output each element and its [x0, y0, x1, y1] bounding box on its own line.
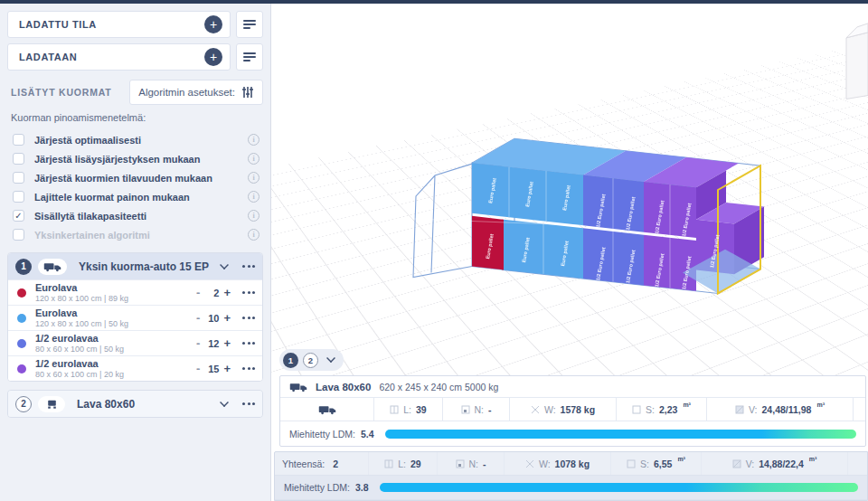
- checkbox-checked[interactable]: ✓: [13, 210, 24, 222]
- view-orientation-cube[interactable]: [846, 24, 868, 99]
- algorithm-settings-button[interactable]: Algoritmin asetukset:: [129, 80, 263, 105]
- add-loading-button[interactable]: +: [204, 48, 222, 66]
- load-group-1-header[interactable]: 1 Yksin kuorma-auto 15 EP: [8, 253, 262, 279]
- load-group-2: 2 Lava 80x60: [7, 390, 263, 418]
- qty-value: 12: [204, 338, 219, 349]
- color-dot: [17, 364, 26, 373]
- ldm-label: Miehitetty LDM:: [284, 482, 350, 493]
- totals-value: 2: [333, 458, 338, 469]
- load-group-1: 1 Yksin kuorma-auto 15 EP Eurolava 120 x…: [7, 252, 263, 382]
- option-sort-by-weight[interactable]: Lajittele kuormat painon mukaan i: [7, 187, 263, 206]
- ldm-value: 5.4: [361, 429, 374, 440]
- more-options-icon[interactable]: [242, 342, 255, 345]
- color-dot: [17, 314, 26, 323]
- info-icon[interactable]: i: [248, 153, 259, 165]
- qty-increase-button[interactable]: +: [219, 311, 235, 325]
- option-sort-optimal[interactable]: Järjestä optimaalisesti i: [7, 130, 263, 149]
- truck-icon: [318, 404, 336, 415]
- qty-value: 15: [204, 364, 219, 374]
- area-icon: [632, 405, 641, 414]
- checkbox[interactable]: [13, 153, 24, 165]
- pallet-icon: [46, 399, 58, 410]
- truck-icon: [289, 382, 307, 392]
- add-loaded-space-button[interactable]: +: [204, 15, 222, 33]
- loaded-space-header[interactable]: LADATTU TILA +: [7, 11, 231, 38]
- weight-icon: [531, 405, 540, 414]
- color-dot: [17, 339, 26, 348]
- qty-increase-button[interactable]: +: [219, 362, 235, 375]
- vehicle-tabs: 1 2: [279, 349, 344, 371]
- ldm-label: Miehitetty LDM:: [289, 429, 355, 440]
- load-plan-3d: Euro pallet Euro pallet Euro pallet Euro…: [271, 4, 868, 375]
- ldm-value: 3.8: [355, 482, 369, 493]
- items-icon: [456, 459, 465, 468]
- sidebar: LADATTU TILA + LADATAAN + LISÄTYT KUORMA…: [0, 4, 271, 501]
- vehicle-dims: 620 x 245 x 240 cm 5000 kg: [379, 382, 498, 392]
- cargo-row: 1/2 eurolavaa 80 x 60 x 100 cm | 50 kg -…: [8, 330, 262, 355]
- loaded-space-sort-button[interactable]: [236, 11, 263, 38]
- more-options-icon[interactable]: [242, 317, 255, 319]
- more-options-icon[interactable]: [242, 402, 255, 405]
- group-title: Yksin kuorma-auto 15 EP: [73, 260, 213, 273]
- info-icon[interactable]: i: [248, 210, 259, 222]
- viewport: Euro pallet Euro pallet Euro pallet Euro…: [271, 4, 868, 501]
- option-sort-by-insertion[interactable]: Järjestä lisäysjärjestyksen mukaan i: [7, 149, 263, 168]
- group-index-badge: 1: [15, 259, 32, 275]
- info-icon[interactable]: i: [248, 229, 259, 241]
- color-dot: [17, 288, 26, 298]
- checkbox[interactable]: [13, 172, 24, 184]
- sliders-icon: [241, 86, 254, 99]
- qty-decrease-button[interactable]: -: [192, 311, 204, 325]
- chevron-down-icon[interactable]: [220, 398, 229, 407]
- option-sort-by-volume[interactable]: Järjestä kuormien tilavuuden mukaan i: [7, 168, 263, 187]
- qty-decrease-button[interactable]: -: [192, 362, 204, 375]
- volume-icon: [732, 459, 741, 468]
- cargo-row: Eurolava 120 x 80 x 100 cm | 50 kg - 10 …: [8, 305, 262, 330]
- loading-sort-button[interactable]: [236, 43, 263, 71]
- cargo-row: 1/2 eurolavaa 80 x 60 x 100 cm | 20 kg -…: [8, 355, 262, 381]
- qty-value: 10: [204, 313, 219, 324]
- added-loads-label: LISÄTYT KUORMAT: [7, 87, 112, 98]
- sort-icon: [243, 51, 256, 63]
- qty-value: 2: [204, 288, 219, 298]
- group-title: Lava 80x60: [71, 398, 213, 411]
- option-include-capacity[interactable]: ✓ Sisällytä tilakapasiteetti i: [7, 206, 263, 225]
- more-options-icon[interactable]: [242, 291, 255, 294]
- cargo-row: Eurolava 120 x 80 x 100 cm | 89 kg - 2 +: [8, 279, 262, 305]
- volume-icon: [735, 405, 744, 414]
- vehicle-name: Lava 80x60: [316, 382, 371, 392]
- loading-header[interactable]: LADATAAN +: [7, 43, 231, 71]
- checkbox-disabled: [13, 229, 24, 241]
- tab-vehicle-2[interactable]: 2: [303, 353, 318, 368]
- loaded-space-label: LADATTU TILA: [19, 19, 204, 30]
- stacking-method-label: Kuorman pinoamismenetelmä:: [7, 112, 263, 123]
- tab-vehicle-1[interactable]: 1: [283, 353, 298, 368]
- loading-label: LADATAAN: [19, 52, 204, 62]
- scene-3d[interactable]: Euro pallet Euro pallet Euro pallet Euro…: [271, 4, 868, 375]
- more-options-icon[interactable]: [242, 265, 255, 268]
- ldm-progress-bar: [385, 430, 856, 439]
- loads-count-icon: [384, 459, 393, 468]
- truck-icon: [43, 261, 61, 272]
- checkbox[interactable]: [13, 191, 24, 203]
- info-icon[interactable]: i: [248, 134, 259, 146]
- qty-decrease-button[interactable]: -: [192, 286, 204, 299]
- info-icon[interactable]: i: [248, 172, 259, 184]
- chevron-down-icon[interactable]: [326, 354, 335, 363]
- qty-increase-button[interactable]: +: [219, 336, 235, 350]
- load-group-2-header[interactable]: 2 Lava 80x60: [8, 391, 262, 417]
- qty-decrease-button[interactable]: -: [192, 336, 204, 350]
- checkbox[interactable]: [13, 134, 24, 146]
- info-icon[interactable]: i: [248, 191, 259, 203]
- chevron-down-icon[interactable]: [220, 260, 229, 269]
- sort-icon: [243, 18, 256, 31]
- loads-count-icon: [390, 405, 399, 414]
- algorithm-settings-label: Algoritmin asetukset:: [138, 87, 235, 98]
- ldm-progress-bar: [380, 483, 858, 492]
- totals-panel: Yhteensä: 2 L: 29 N: - W: 1078 kg: [274, 451, 868, 501]
- option-simple-algorithm: Yksinkertainen algoritmi i: [7, 225, 263, 244]
- more-options-icon[interactable]: [242, 367, 255, 370]
- qty-increase-button[interactable]: +: [219, 286, 235, 299]
- totals-label: Yhteensä:: [282, 458, 325, 469]
- area-icon: [627, 459, 636, 468]
